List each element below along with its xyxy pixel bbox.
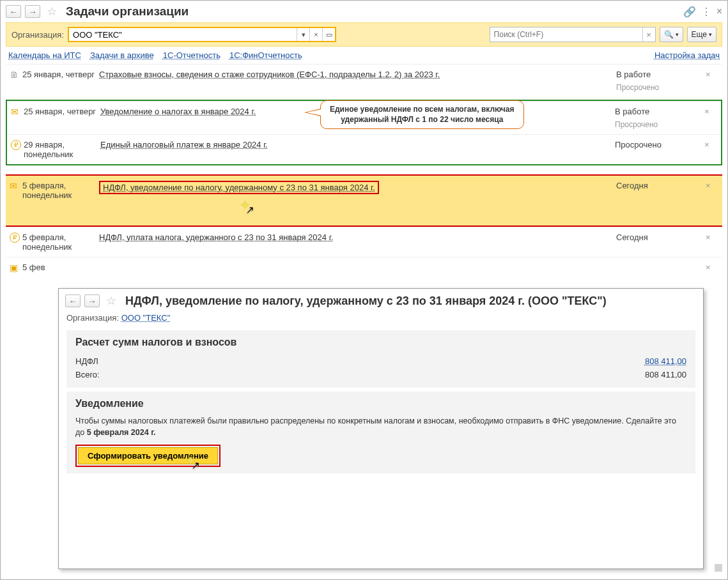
calc-panel: Расчет сумм налогов и взносов НДФЛ 808 4… — [66, 330, 695, 388]
org-label: Организация: — [12, 30, 64, 40]
task-date: 5 фев — [22, 263, 99, 272]
generate-notice-button[interactable]: Сформировать уведомление — [78, 447, 218, 464]
notice-panel-title: Уведомление — [75, 398, 686, 409]
search-box[interactable]: × — [490, 27, 656, 42]
task-row[interactable]: 29 января, понедельник Единый налоговый … — [7, 134, 721, 164]
task-dismiss-icon[interactable]: × — [704, 140, 717, 149]
task-dismiss-icon[interactable]: × — [706, 263, 718, 272]
forward-button[interactable]: → — [84, 294, 100, 307]
notice-desc: Чтобы суммы налоговых платежей были прав… — [75, 416, 686, 438]
back-button[interactable]: ← — [65, 294, 81, 307]
task-link[interactable]: Страховые взносы, сведения о стаже сотру… — [99, 70, 440, 79]
task-date: 5 февраля, понедельник — [22, 181, 99, 200]
task-status: Сегодня — [616, 233, 706, 242]
task-row-selected[interactable]: 5 февраля, понедельник НДФЛ, уведомление… — [6, 174, 722, 227]
org-clear-icon[interactable]: × — [309, 28, 322, 41]
task-group-highlight: 25 января, четверг Уведомление о налогах… — [6, 100, 722, 165]
star-icon[interactable]: ☆ — [106, 294, 116, 308]
task-status: В работе — [616, 70, 706, 79]
envelope-icon — [11, 107, 24, 117]
page-title: Задачи организации — [66, 4, 189, 19]
link-archive[interactable]: Задачи в архиве — [90, 50, 154, 60]
calc-total-value: 808 411,00 — [591, 370, 686, 379]
star-icon[interactable]: ☆ — [47, 4, 57, 19]
task-row[interactable]: 25 января, четверг Страховые взносы, све… — [6, 64, 722, 97]
task-dismiss-icon[interactable]: × — [706, 181, 718, 190]
org-input[interactable] — [69, 28, 297, 41]
link-1c-fin[interactable]: 1С:ФинОтчетность — [229, 50, 302, 60]
task-link[interactable]: НДФЛ, уплата налога, удержанного с 23 по… — [99, 233, 333, 242]
package-icon — [10, 263, 22, 273]
main-window: ← → ☆ Задачи организации 🔗 ⋮ × Организац… — [0, 0, 728, 580]
link-1c-report[interactable]: 1С-Отчетность — [163, 50, 221, 60]
link-icon[interactable]: 🔗 — [683, 6, 696, 18]
calc-panel-title: Расчет сумм налогов и взносов — [75, 337, 686, 348]
search-clear-icon[interactable]: × — [642, 27, 655, 42]
document-icon — [10, 70, 22, 80]
task-status: Просрочено — [615, 140, 704, 149]
detail-title: НДФЛ, уведомление по налогу, удержанному… — [125, 294, 607, 308]
task-dismiss-icon[interactable]: × — [706, 233, 718, 242]
links-bar: Календарь на ИТС Задачи в архиве 1С-Отче… — [1, 47, 727, 64]
task-substatus: Просрочено — [615, 120, 704, 129]
search-input[interactable] — [490, 27, 642, 42]
task-link[interactable]: НДФЛ, уведомление по налогу, удержанному… — [103, 183, 375, 192]
kebab-icon[interactable]: ⋮ — [701, 6, 711, 18]
task-date: 5 февраля, понедельник — [22, 233, 99, 252]
task-substatus: Просрочено — [616, 83, 706, 92]
org-open-icon[interactable]: ▭ — [322, 28, 335, 41]
org-dropdown-icon[interactable]: ▾ — [297, 28, 309, 41]
link-task-settings[interactable]: Настройка задач — [654, 50, 720, 60]
calc-row-value-link[interactable]: 808 411,00 — [645, 356, 686, 366]
ruble-icon — [11, 140, 24, 150]
detail-window: ← → ☆ НДФЛ, уведомление по налогу, удерж… — [58, 288, 704, 569]
more-button[interactable]: Еще▾ — [687, 27, 716, 42]
close-icon[interactable]: × — [716, 6, 722, 17]
forward-button[interactable]: → — [25, 5, 40, 18]
task-date: 25 января, четверг — [24, 107, 100, 116]
detail-org-link[interactable]: ООО "ТЕКС" — [121, 313, 171, 323]
back-button[interactable]: ← — [6, 5, 21, 18]
task-date: 29 января, понедельник — [24, 140, 100, 159]
task-row[interactable]: 5 февраля, понедельник НДФЛ, уплата нало… — [6, 227, 722, 257]
calc-total-name: Всего: — [75, 370, 591, 379]
envelope-icon — [10, 181, 22, 191]
detail-org-label: Организация: — [66, 313, 119, 323]
task-link[interactable]: Единый налоговый платеж в январе 2024 г. — [100, 140, 268, 149]
task-link[interactable]: Уведомление о налогах в январе 2024 г. — [100, 107, 256, 116]
link-calendar[interactable]: Календарь на ИТС — [8, 50, 81, 60]
titlebar: ← → ☆ Задачи организации 🔗 ⋮ × — [1, 1, 727, 22]
callout-annotation: Единое уведомление по всем налогам, вклю… — [320, 100, 524, 129]
task-date: 25 января, четверг — [22, 70, 99, 79]
task-status: В работе — [615, 107, 704, 116]
ruble-icon — [10, 233, 22, 243]
notice-panel: Уведомление Чтобы суммы налоговых платеж… — [66, 392, 695, 473]
search-button[interactable]: 🔍▾ — [660, 27, 683, 42]
task-row[interactable]: 5 фев × — [6, 257, 722, 278]
filter-toolbar: Организация: ▾ × ▭ × 🔍▾ Еще▾ — [6, 22, 722, 47]
org-selector[interactable]: ▾ × ▭ — [68, 27, 336, 42]
task-row[interactable]: 25 января, четверг Уведомление о налогах… — [7, 101, 721, 134]
calc-row-name: НДФЛ — [75, 356, 591, 366]
task-dismiss-icon[interactable]: × — [706, 70, 718, 79]
task-dismiss-icon[interactable]: × — [704, 107, 717, 116]
scrollbar-thumb[interactable] — [715, 564, 722, 572]
task-status: Сегодня — [616, 181, 706, 190]
